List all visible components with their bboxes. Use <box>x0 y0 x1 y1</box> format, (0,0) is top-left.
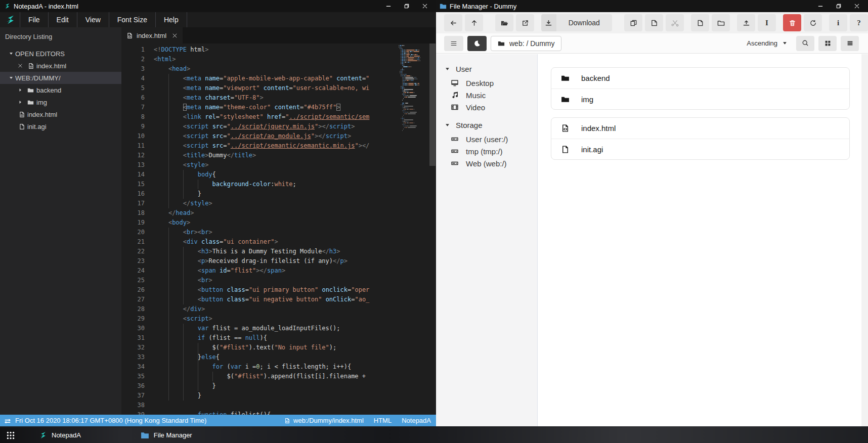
info-button[interactable]: i <box>829 14 847 31</box>
code-line-5[interactable]: <meta name="viewport" content="user-scal… <box>154 83 398 93</box>
paste-button[interactable] <box>645 14 663 31</box>
sidebar-item-music[interactable]: Music <box>436 89 537 101</box>
taskbar-app-notepada[interactable]: NotepadA <box>38 431 81 439</box>
menu-toggle-button[interactable] <box>444 36 463 51</box>
file-row-backend[interactable]: backend <box>551 68 849 88</box>
code-line-17[interactable]: </style> <box>154 199 398 208</box>
code-line-22[interactable]: <h3>This is a Dummy Testing Module</h3> <box>154 247 398 256</box>
code-editor[interactable]: 1234567891011121314151617181920212223242… <box>121 43 436 415</box>
taskbar-app-file-manager[interactable]: File Manager <box>141 431 192 439</box>
code-line-24[interactable]: <span id="flist"></span> <box>154 266 398 276</box>
code-line-1[interactable]: <!DOCTYPE html> <box>154 45 398 55</box>
refresh-button[interactable] <box>804 14 822 31</box>
copy-button[interactable] <box>624 14 642 31</box>
code-line-9[interactable]: <script src="../script/jquery.min.js"></… <box>154 122 398 131</box>
up-button[interactable] <box>465 14 483 31</box>
tree-item-web-dummy-[interactable]: WEB:/DUMMY/ <box>0 72 121 84</box>
code-line-23[interactable]: <p>Received drag-in filelist (if any)</p… <box>154 256 398 266</box>
code-line-28[interactable]: </div> <box>154 304 398 314</box>
tree-item-open-editors[interactable]: OPEN EDITORS <box>0 48 121 60</box>
menu-font-size[interactable]: Font Size <box>109 12 156 27</box>
tree-item-index-html[interactable]: index.html <box>0 108 121 120</box>
editor-scrollbar[interactable] <box>429 43 436 415</box>
code-line-37[interactable]: } <box>154 391 398 401</box>
code-line-19[interactable]: <body> <box>154 218 398 228</box>
code-line-4[interactable]: <meta name="apple-mobile-web-app-capable… <box>154 74 398 83</box>
code-line-26[interactable]: <button class="ui primary button" onclic… <box>154 285 398 295</box>
rename-button[interactable]: I <box>758 14 776 31</box>
code-line-16[interactable]: } <box>154 189 398 199</box>
tree-item-img[interactable]: img <box>0 96 121 108</box>
minimize-window-icon[interactable] <box>385 3 392 9</box>
code-line-30[interactable]: var flist = ao_module_loadInputFiles(); <box>154 324 398 333</box>
menu-file[interactable]: File <box>20 12 49 27</box>
code-line-14[interactable]: body{ <box>154 170 398 180</box>
back-button[interactable] <box>444 14 462 31</box>
code-line-21[interactable]: <div class="ui container"> <box>154 237 398 247</box>
tree-item-init-agi[interactable]: init.agi <box>0 120 121 132</box>
tree-item-backend[interactable]: backend <box>0 84 121 96</box>
code-line-38[interactable] <box>154 401 398 410</box>
scrollbar-thumb[interactable] <box>429 43 436 166</box>
close-tab-icon[interactable] <box>172 33 178 38</box>
tree-item-index-html[interactable]: index.html <box>0 60 121 72</box>
code-line-15[interactable]: background-color:white; <box>154 180 398 189</box>
code-line-35[interactable]: $("#flist").append(flist[i].filename + <box>154 372 398 381</box>
download-button[interactable]: Download <box>541 14 612 31</box>
minimap[interactable] <box>399 45 429 415</box>
grid-view-button[interactable] <box>818 36 837 51</box>
code-line-8[interactable]: <link rel="stylesheet" href="../script/s… <box>154 112 398 122</box>
tab-index-html[interactable]: index.html <box>121 27 183 43</box>
code-line-11[interactable]: <script src="../script/semantic/semantic… <box>154 141 398 151</box>
code-line-6[interactable]: <meta charset="UTF-8"> <box>154 93 398 103</box>
upload-button[interactable] <box>737 14 755 31</box>
cut-button[interactable] <box>666 14 684 31</box>
sidebar-item-user-user-[interactable]: User (user:/) <box>436 133 537 145</box>
code-line-39[interactable]: function filelist(){ <box>154 410 398 415</box>
open-button[interactable] <box>495 14 513 31</box>
close-window-icon[interactable] <box>422 3 428 9</box>
app-launcher-button[interactable] <box>6 431 15 440</box>
restore-window-icon[interactable] <box>836 3 842 9</box>
file-row-index-html[interactable]: index.html <box>551 118 849 139</box>
file-row-init-agi[interactable]: init.agi <box>551 139 849 159</box>
restore-window-icon[interactable] <box>404 3 410 9</box>
menu-edit[interactable]: Edit <box>49 12 77 27</box>
code-line-12[interactable]: <title>Dummy</title> <box>154 151 398 160</box>
file-row-img[interactable]: img <box>551 88 849 109</box>
search-button[interactable] <box>796 36 814 51</box>
code-line-27[interactable]: <button class="ui negative button" onCli… <box>154 295 398 304</box>
code-line-2[interactable]: <html> <box>154 55 398 64</box>
code-line-3[interactable]: <head> <box>154 64 398 74</box>
sidebar-item-tmp-tmp-[interactable]: tmp (tmp:/) <box>436 145 537 157</box>
code-line-29[interactable]: <script> <box>154 314 398 324</box>
sidebar-group-user[interactable]: User <box>436 61 537 77</box>
code-line-20[interactable]: <br><br> <box>154 228 398 237</box>
code-line-34[interactable]: for (var i =0; i < flist.length; i++){ <box>154 362 398 372</box>
file-list-scrollbar[interactable] <box>861 54 868 426</box>
dark-mode-button[interactable] <box>467 36 487 51</box>
menu-view[interactable]: View <box>77 12 109 27</box>
code-line-33[interactable]: }else{ <box>154 352 398 362</box>
sort-order-dropdown[interactable]: Ascending <box>742 36 792 51</box>
sidebar-item-desktop[interactable]: Desktop <box>436 77 537 89</box>
code-line-25[interactable]: <br> <box>154 276 398 285</box>
close-window-icon[interactable] <box>854 3 860 9</box>
open-external-button[interactable] <box>516 14 534 31</box>
new-file-button[interactable] <box>691 14 709 31</box>
delete-button[interactable] <box>783 14 801 31</box>
code-line-31[interactable]: if (flist == null){ <box>154 333 398 343</box>
code-line-32[interactable]: $("#flist").text("No input file"); <box>154 343 398 352</box>
code-line-7[interactable]: <meta name="theme-color" content="#4b75f… <box>154 103 398 112</box>
code-text[interactable]: <!DOCTYPE html><html> <head> <meta name=… <box>154 45 398 415</box>
list-view-button[interactable] <box>841 36 859 51</box>
path-input[interactable]: web: / Dummy <box>491 36 561 51</box>
new-folder-button[interactable] <box>712 14 730 31</box>
code-line-10[interactable]: <script src="../script/ao_module.js"></s… <box>154 131 398 141</box>
code-line-13[interactable]: <style> <box>154 160 398 170</box>
code-line-18[interactable]: </head> <box>154 208 398 218</box>
code-line-36[interactable]: } <box>154 381 398 391</box>
sidebar-item-web-web-[interactable]: Web (web:/) <box>436 157 537 169</box>
help-button[interactable]: ? <box>850 14 868 31</box>
sidebar-group-storage[interactable]: Storage <box>436 117 537 133</box>
